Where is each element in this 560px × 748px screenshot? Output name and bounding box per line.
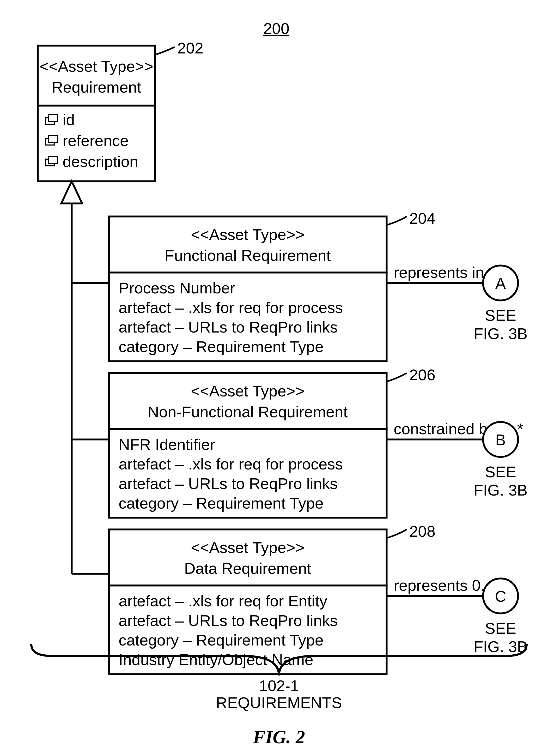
attr-reference-text: reference — [63, 132, 128, 149]
class-data-requirement: <<Asset Type>> Data Requirement artefact… — [109, 530, 387, 674]
c1-name: Non-Functional Requirement — [148, 403, 347, 421]
c0-see: SEE — [485, 307, 516, 324]
figure-title: FIG. 2 — [253, 727, 305, 747]
c2-fig: FIG. 3B — [474, 638, 528, 655]
c1-fig: FIG. 3B — [474, 482, 528, 499]
c1-see: SEE — [485, 463, 516, 481]
c0-a2: artefact – URLs to ReqPro links — [119, 319, 338, 336]
c0-a0: Process Number — [119, 279, 235, 297]
svg-marker-9 — [61, 181, 82, 204]
c0-fig: FIG. 3B — [474, 325, 528, 343]
parent-name: Requirement — [52, 78, 141, 96]
c0-name: Functional Requirement — [165, 247, 331, 264]
c2-refnum: 208 — [409, 523, 435, 540]
c1-a3: category – Requirement Type — [119, 494, 323, 512]
c2-conn-letter: C — [495, 588, 506, 605]
c0-stereotype: <<Asset Type>> — [191, 226, 305, 243]
c0-refnum: 204 — [409, 210, 435, 227]
c0-conn-letter: A — [495, 275, 506, 292]
parent-refnum: 202 — [177, 39, 203, 57]
svg-rect-0 — [38, 46, 155, 106]
c0-a3: category – Requirement Type — [119, 338, 323, 355]
svg-rect-8 — [49, 157, 57, 163]
brace-label-bottom: REQUIREMENTS — [216, 694, 342, 711]
c2-assoc: represents 0..* — [394, 577, 495, 594]
c2-see: SEE — [485, 620, 516, 637]
c1-refnum: 206 — [409, 366, 435, 384]
c2-a0: artefact – .xls for req for Entity — [119, 592, 327, 610]
c1-a2: artefact – URLs to ReqPro links — [119, 475, 338, 492]
c1-stereotype: <<Asset Type>> — [191, 382, 305, 400]
brace-label-top: 102-1 — [259, 677, 299, 695]
class-functional-requirement: <<Asset Type>> Functional Requirement Pr… — [109, 216, 387, 361]
c1-conn-letter: B — [495, 431, 506, 449]
svg-rect-4 — [49, 115, 57, 121]
c2-stereotype: <<Asset Type>> — [191, 539, 305, 556]
c0-a1: artefact – .xls for req for process — [119, 299, 343, 317]
c2-a2: category – Requirement Type — [119, 631, 323, 649]
svg-rect-6 — [49, 136, 57, 142]
c1-a1: artefact – .xls for req for process — [119, 455, 343, 473]
parent-stereotype: <<Asset Type>> — [40, 57, 153, 75]
c1-a0: NFR Identifier — [119, 436, 215, 453]
c2-a3: Industry Entity/Object Name — [119, 651, 313, 669]
attr-description-text: description — [63, 153, 138, 170]
class-nonfunctional-requirement: <<Asset Type>> Non-Functional Requiremen… — [109, 373, 387, 518]
c2-a1: artefact – URLs to ReqPro links — [119, 612, 338, 629]
fig-number-top: 200 — [263, 20, 289, 37]
c2-name: Data Requirement — [184, 560, 311, 577]
attr-id-text: id — [63, 111, 75, 128]
